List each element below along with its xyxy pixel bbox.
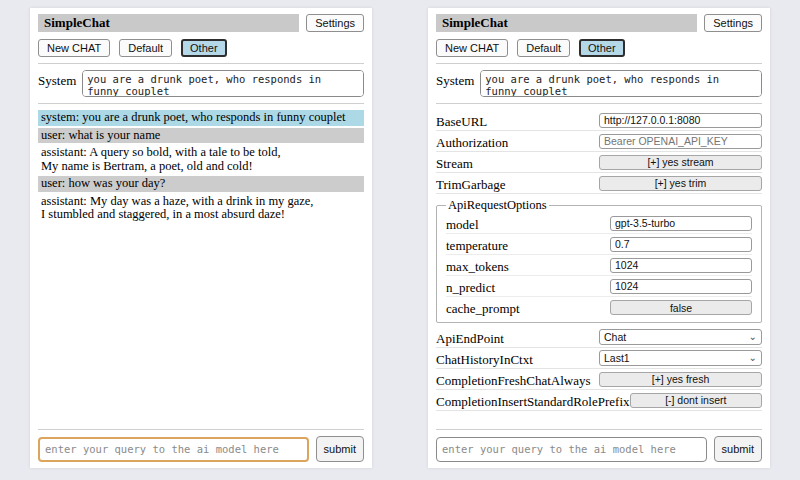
system-prompt-input[interactable]: you are a drunk poet, who responds in fu… bbox=[480, 70, 762, 97]
new-chat-button[interactable]: New CHAT bbox=[38, 39, 110, 57]
baseurl-label: BaseURL bbox=[436, 111, 487, 130]
session-button-default[interactable]: Default bbox=[119, 39, 172, 57]
divider bbox=[38, 429, 364, 430]
setting-row-baseurl: BaseURL bbox=[436, 110, 762, 131]
cache-prompt-toggle-button[interactable]: false bbox=[610, 300, 752, 315]
chat-log: system: you are a drunk poet, who respon… bbox=[38, 110, 364, 223]
system-prompt-row: System you are a drunk poet, who respond… bbox=[436, 70, 762, 97]
chat-message-assistant: assistant: My day was a haze, with a dri… bbox=[38, 194, 364, 223]
divider bbox=[436, 429, 762, 430]
model-input[interactable] bbox=[610, 216, 752, 231]
settings-button[interactable]: Settings bbox=[306, 14, 364, 32]
system-prompt-row: System you are a drunk poet, who respond… bbox=[38, 70, 364, 97]
setting-row-max-tokens: max_tokens bbox=[446, 255, 752, 276]
stream-label: Stream bbox=[436, 153, 473, 172]
chat-message-user: user: how was your day? bbox=[38, 176, 364, 192]
page: SimpleChat Settings New CHAT Default Oth… bbox=[0, 0, 800, 468]
query-input[interactable] bbox=[38, 437, 309, 462]
setting-row-temperature: temperature bbox=[446, 234, 752, 255]
session-buttons: New CHAT Default Other bbox=[436, 39, 762, 57]
setting-row-cache-prompt: cache_prompt false bbox=[446, 297, 752, 318]
session-buttons: New CHAT Default Other bbox=[38, 39, 364, 57]
api-request-options-legend: ApiRequestOptions bbox=[446, 198, 549, 213]
setting-row-trimgarbage: TrimGarbage [+] yes trim bbox=[436, 173, 762, 194]
setting-row-model: model bbox=[446, 213, 752, 234]
api-request-options-fieldset: ApiRequestOptions model temperature max_… bbox=[436, 198, 762, 323]
chathistoryinctxt-select[interactable]: Last1 ⌄ bbox=[599, 350, 762, 366]
setting-row-n-predict: n_predict bbox=[446, 276, 752, 297]
chat-message-user: user: what is your name bbox=[38, 128, 364, 144]
chat-message-assistant: assistant: A query so bold, with a tale … bbox=[38, 145, 364, 174]
n-predict-input[interactable] bbox=[610, 279, 752, 294]
submit-button[interactable]: submit bbox=[714, 436, 762, 462]
system-prompt-input[interactable]: you are a drunk poet, who responds in fu… bbox=[82, 70, 364, 97]
chat-message-system: system: you are a drunk poet, who respon… bbox=[38, 110, 364, 126]
temperature-input[interactable] bbox=[610, 237, 752, 252]
trimgarbage-label: TrimGarbage bbox=[436, 174, 506, 193]
divider bbox=[436, 103, 762, 104]
new-chat-button[interactable]: New CHAT bbox=[436, 39, 508, 57]
apiendpoint-select[interactable]: Chat ⌄ bbox=[599, 329, 762, 345]
authorization-input[interactable] bbox=[599, 134, 762, 149]
cache-prompt-label: cache_prompt bbox=[446, 298, 520, 317]
session-button-other[interactable]: Other bbox=[579, 39, 625, 57]
session-button-other[interactable]: Other bbox=[181, 39, 227, 57]
model-label: model bbox=[446, 214, 479, 233]
max-tokens-label: max_tokens bbox=[446, 256, 509, 275]
apiendpoint-label: ApiEndPoint bbox=[436, 328, 504, 347]
chevron-down-icon: ⌄ bbox=[749, 353, 757, 363]
divider bbox=[38, 103, 364, 104]
setting-row-completioninsertstandardroleprefix: CompletionInsertStandardRolePrefix [-] d… bbox=[436, 390, 762, 411]
completionfreshchatalways-toggle-button[interactable]: [+] yes fresh bbox=[599, 372, 762, 387]
setting-row-stream: Stream [+] yes stream bbox=[436, 152, 762, 173]
max-tokens-input[interactable] bbox=[610, 258, 752, 273]
app-title: SimpleChat bbox=[38, 14, 299, 32]
n-predict-label: n_predict bbox=[446, 277, 495, 296]
completioninsertstandardroleprefix-label: CompletionInsertStandardRolePrefix bbox=[436, 391, 630, 410]
settings-panel: SimpleChat Settings New CHAT Default Oth… bbox=[428, 8, 770, 468]
temperature-label: temperature bbox=[446, 235, 508, 254]
divider bbox=[436, 63, 762, 64]
system-label: System bbox=[436, 70, 474, 89]
submit-button[interactable]: submit bbox=[316, 436, 364, 462]
chat-panel: SimpleChat Settings New CHAT Default Oth… bbox=[30, 8, 372, 468]
trimgarbage-toggle-button[interactable]: [+] yes trim bbox=[599, 176, 762, 191]
setting-row-completionfreshchatalways: CompletionFreshChatAlways [+] yes fresh bbox=[436, 369, 762, 390]
header: SimpleChat Settings bbox=[436, 14, 762, 32]
completioninsertstandardroleprefix-toggle-button[interactable]: [-] dont insert bbox=[630, 393, 762, 408]
app-title: SimpleChat bbox=[436, 14, 697, 32]
settings-button[interactable]: Settings bbox=[704, 14, 762, 32]
apiendpoint-selected-value: Chat bbox=[604, 331, 626, 343]
query-input[interactable] bbox=[436, 437, 707, 462]
system-label: System bbox=[38, 70, 76, 89]
chathistoryinctxt-label: ChatHistoryInCtxt bbox=[436, 349, 533, 368]
query-area: submit bbox=[38, 423, 364, 462]
completionfreshchatalways-label: CompletionFreshChatAlways bbox=[436, 370, 591, 389]
divider bbox=[38, 63, 364, 64]
setting-row-apiendpoint: ApiEndPoint Chat ⌄ bbox=[436, 327, 762, 348]
query-area: submit bbox=[436, 423, 762, 462]
chevron-down-icon: ⌄ bbox=[749, 332, 757, 342]
chathistoryinctxt-selected-value: Last1 bbox=[604, 352, 630, 364]
session-button-default[interactable]: Default bbox=[517, 39, 570, 57]
baseurl-input[interactable] bbox=[599, 113, 762, 128]
header: SimpleChat Settings bbox=[38, 14, 364, 32]
authorization-label: Authorization bbox=[436, 132, 508, 151]
setting-row-chathistoryinctxt: ChatHistoryInCtxt Last1 ⌄ bbox=[436, 348, 762, 369]
stream-toggle-button[interactable]: [+] yes stream bbox=[599, 155, 762, 170]
setting-row-authorization: Authorization bbox=[436, 131, 762, 152]
